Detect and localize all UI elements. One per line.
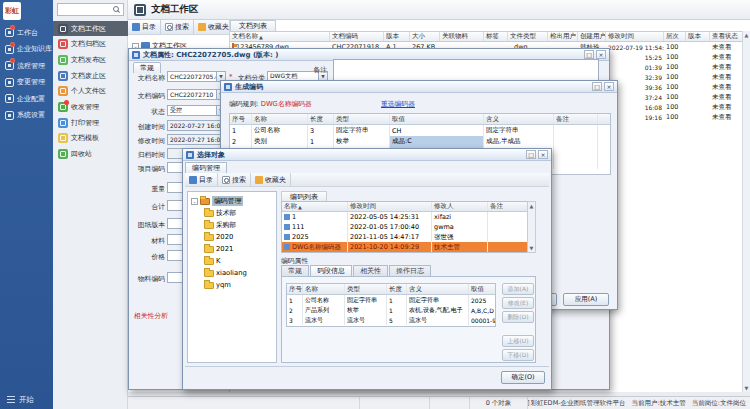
column-header[interactable]: 类型 bbox=[345, 284, 387, 294]
tree-node[interactable]: xiaoliang bbox=[204, 267, 276, 279]
table-row[interactable]: 1公司名称3固定字符串CH固定字符串 bbox=[230, 125, 610, 136]
tree-node[interactable]: 技术部 bbox=[204, 207, 276, 219]
column-header[interactable]: 序号 bbox=[287, 284, 303, 294]
column-header[interactable]: 备注 bbox=[554, 114, 598, 124]
doc-name-field[interactable]: CHC22072705.dwg bbox=[167, 71, 217, 82]
column-header-6[interactable]: 标签 bbox=[484, 32, 508, 41]
tree-node-root[interactable]: - 编码管理 bbox=[191, 195, 276, 207]
close-button[interactable]: × bbox=[596, 50, 606, 59]
column-header[interactable]: 长度 bbox=[308, 114, 334, 124]
maximize-button[interactable]: □ bbox=[526, 150, 536, 159]
maximize-button[interactable]: □ bbox=[584, 50, 594, 59]
nav-item-2[interactable]: 企业知识库 bbox=[0, 42, 53, 57]
list-item[interactable]: 1112022-01-05 17:00:40gwma bbox=[282, 222, 535, 232]
table-row[interactable]: 1公司名称固定字符串1固定字符串2025 bbox=[287, 295, 495, 305]
column-header-3[interactable]: 版本 bbox=[384, 32, 410, 41]
module-item-6[interactable]: 收发管理 bbox=[53, 100, 128, 115]
toolbar-button-2[interactable]: 搜索 bbox=[161, 20, 194, 34]
maximize-button[interactable]: □ bbox=[592, 82, 602, 91]
table-row[interactable]: 2类别1枚举成品:C成品,半成品 bbox=[230, 136, 610, 147]
tab-1[interactable]: 常规 bbox=[281, 265, 309, 276]
close-button[interactable]: × bbox=[604, 82, 614, 91]
tab-code-management[interactable]: 编码管理 bbox=[185, 162, 227, 173]
scroll-down-icon[interactable]: ▼ bbox=[528, 244, 535, 252]
list-scrollbar[interactable]: ▲ ▼ bbox=[527, 201, 536, 253]
column-header[interactable]: 含义 bbox=[407, 284, 469, 294]
column-header[interactable]: 名称▲ bbox=[282, 202, 348, 211]
column-header[interactable]: 类型 bbox=[334, 114, 390, 124]
column-header-13[interactable]: 查看状态 bbox=[710, 32, 742, 41]
module-item-5[interactable]: 个人文件区 bbox=[53, 84, 128, 99]
scroll-down-icon[interactable]: ▼ bbox=[743, 384, 750, 392]
module-item-1[interactable]: 文档工作区 bbox=[53, 21, 128, 36]
module-item-3[interactable]: 文档发布区 bbox=[53, 52, 128, 67]
toolbar-button-1[interactable]: 目录 bbox=[128, 20, 161, 34]
column-header-11[interactable]: 层次 bbox=[664, 32, 686, 41]
segment-button-1[interactable]: 添加(A) bbox=[502, 283, 534, 295]
list-item[interactable]: DWG名称编码器2021-10-20 14:09:29技术主管 bbox=[282, 242, 535, 252]
column-header[interactable]: 长度 bbox=[387, 284, 407, 294]
column-header[interactable]: 取值 bbox=[390, 114, 484, 124]
tab-code-list[interactable]: 编码列表 bbox=[281, 191, 327, 201]
dialog-button-3[interactable]: 应用(A) bbox=[563, 293, 609, 306]
toolbar-button-1[interactable]: 目录 bbox=[185, 173, 218, 186]
doc-code-field[interactable]: CHC22072710 bbox=[167, 89, 217, 100]
module-item-4[interactable]: 文档废止区 bbox=[53, 68, 128, 83]
module-item-8[interactable]: 文档模板 bbox=[53, 131, 128, 146]
tab-2[interactable]: 码段信息 bbox=[310, 265, 352, 276]
segment-button-5[interactable]: 下移(D) bbox=[502, 349, 534, 361]
close-button[interactable]: × bbox=[538, 150, 548, 159]
column-header[interactable]: 含义 bbox=[484, 114, 554, 124]
ok-button[interactable]: 确定(O) bbox=[501, 371, 545, 384]
column-header[interactable]: 名称 bbox=[303, 284, 345, 294]
column-header[interactable]: 名称 bbox=[252, 114, 308, 124]
tree-node[interactable]: yqm bbox=[204, 279, 276, 291]
status-field[interactable]: 受控 bbox=[167, 105, 217, 116]
segment-button-3[interactable]: 删除(D) bbox=[502, 311, 534, 323]
module-item-7[interactable]: 打印管理 bbox=[53, 115, 128, 130]
start-button[interactable]: 开始 bbox=[0, 393, 53, 406]
nav-item-6[interactable]: 系统设置 bbox=[0, 108, 53, 123]
nav-item-5[interactable]: 企业配置 bbox=[0, 91, 53, 106]
nav-item-3[interactable]: 流程管理 bbox=[0, 58, 53, 73]
column-header[interactable]: 修改时间 bbox=[348, 202, 432, 211]
column-header-9[interactable]: 创建用户 bbox=[578, 32, 606, 41]
column-header-12[interactable]: 版本 bbox=[686, 32, 710, 41]
toolbar-button-2[interactable]: 搜索 bbox=[218, 173, 251, 186]
analysis-link[interactable]: 相关性分析 bbox=[134, 311, 168, 321]
search-icon[interactable] bbox=[113, 6, 121, 14]
search-input[interactable] bbox=[58, 4, 113, 15]
nav-item-1[interactable]: 工作台 bbox=[0, 25, 53, 40]
table-row[interactable]: 2产品系列枚举1农机,设备,气配,电子A,B,C,D bbox=[287, 305, 495, 315]
tree-node[interactable]: 采购部 bbox=[204, 219, 276, 231]
column-header[interactable]: 序号 bbox=[230, 114, 252, 124]
tab-4[interactable]: 操作日志 bbox=[389, 265, 431, 276]
column-header-7[interactable]: 文件类型 bbox=[508, 32, 548, 41]
scroll-up-icon[interactable]: ▲ bbox=[528, 202, 535, 210]
module-item-2[interactable]: 文档归档区 bbox=[53, 37, 128, 52]
column-header-1[interactable]: 文档名称▲ bbox=[230, 32, 330, 41]
column-header-2[interactable]: 文档编码 bbox=[330, 32, 384, 41]
reselect-coder-link[interactable]: 重选编码器 bbox=[381, 99, 415, 109]
column-header[interactable]: 取值 bbox=[469, 284, 496, 294]
table-row[interactable]: 3流水号流水号5流水号00001-99999 bbox=[287, 315, 495, 325]
column-header-10[interactable]: 修改时间 bbox=[606, 32, 664, 41]
tab-3[interactable]: 相关性 bbox=[353, 265, 388, 276]
module-item-9[interactable]: 回收站 bbox=[53, 147, 128, 162]
column-header-4[interactable]: 大小 bbox=[410, 32, 440, 41]
list-item[interactable]: 12022-05-05 14:25:31xifazi bbox=[282, 212, 535, 222]
tree-node[interactable]: 2020 bbox=[204, 231, 276, 243]
nav-item-4[interactable]: 变更管理 bbox=[0, 75, 53, 90]
column-header-8[interactable]: 检出用户 bbox=[548, 32, 578, 41]
toolbar-button-3[interactable]: 收藏夹 bbox=[194, 20, 234, 34]
tab-document-list[interactable]: 文档列表 bbox=[230, 20, 276, 31]
scroll-up-icon[interactable]: ▲ bbox=[743, 31, 750, 39]
table-scrollbar[interactable]: ▲ ▼ bbox=[742, 31, 750, 392]
list-item[interactable]: 20252021-11-05 14:47:17张世强 bbox=[282, 232, 535, 242]
column-header-5[interactable]: 关联物料 bbox=[440, 32, 484, 41]
toolbar-button-3[interactable]: 收藏夹 bbox=[251, 173, 291, 186]
segment-button-2[interactable]: 修改(E) bbox=[502, 297, 534, 309]
tree-node[interactable]: 2021 bbox=[204, 243, 276, 255]
collapse-icon[interactable]: - bbox=[191, 198, 198, 205]
tab-general[interactable]: 常规 bbox=[133, 62, 161, 73]
